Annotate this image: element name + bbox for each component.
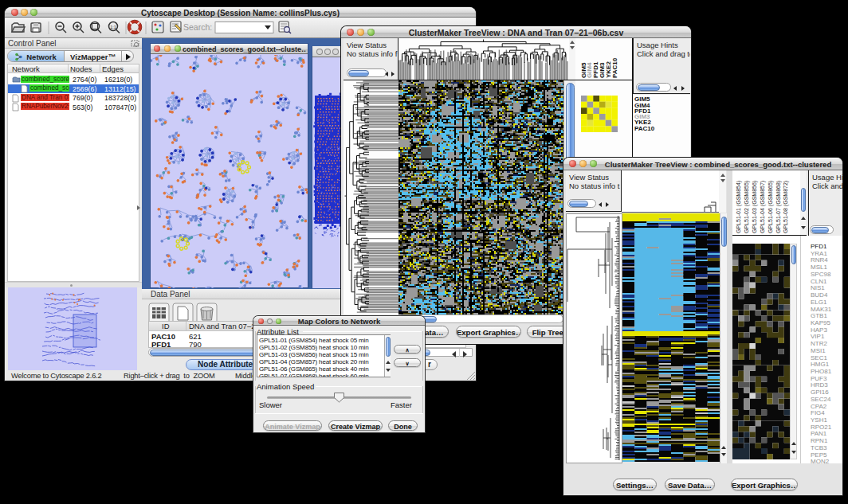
svg-text:YSH1: YSH1 xyxy=(811,416,827,424)
svg-text:CLN1: CLN1 xyxy=(811,278,827,285)
svg-text:BUD4: BUD4 xyxy=(811,291,828,299)
svg-text:PFD1: PFD1 xyxy=(811,243,827,250)
svg-text:HAP3: HAP3 xyxy=(811,326,827,334)
svg-text:GPL51-01 (GSM854): GPL51-01 (GSM854) xyxy=(736,181,742,233)
svg-text:PUF3: PUF3 xyxy=(811,375,827,382)
svg-text:YRA1: YRA1 xyxy=(811,250,827,257)
svg-text:PHO81: PHO81 xyxy=(811,368,832,375)
svg-text:GPL51-02 (GSM855): GPL51-02 (GSM855) xyxy=(744,181,750,233)
svg-text:Search:: Search: xyxy=(183,22,212,32)
svg-text:HMG1: HMG1 xyxy=(811,361,830,368)
svg-text:RPO21: RPO21 xyxy=(811,424,832,431)
svg-text:KAP95: KAP95 xyxy=(811,319,830,326)
svg-text:TCB3: TCB3 xyxy=(811,444,827,451)
svg-text:MON2: MON2 xyxy=(811,458,830,463)
svg-text:NIS1: NIS1 xyxy=(811,284,825,291)
svg-text:GPL51-04 (GSM857): GPL51-04 (GSM857) xyxy=(760,181,766,233)
svg-text:VIP1: VIP1 xyxy=(811,333,825,340)
svg-text:MSL1: MSL1 xyxy=(811,264,827,271)
svg-text:PAN1: PAN1 xyxy=(811,430,827,437)
svg-text:PAC10: PAC10 xyxy=(611,57,618,78)
svg-text:GPI16: GPI16 xyxy=(811,389,829,396)
svg-text:PEP5: PEP5 xyxy=(811,451,827,459)
svg-text:CPA2: CPA2 xyxy=(811,403,827,410)
svg-text:GTB1: GTB1 xyxy=(811,312,827,319)
svg-text:GPL51-03 (GSM856): GPL51-03 (GSM856) xyxy=(752,181,758,233)
svg-text:SEC1: SEC1 xyxy=(811,354,827,361)
svg-text:MSI1: MSI1 xyxy=(811,347,826,354)
svg-text:GPL51-08 (GSM872): GPL51-08 (GSM872) xyxy=(783,181,789,233)
svg-text:NTR2: NTR2 xyxy=(811,340,827,347)
svg-text:GPL51-06 (GSM865): GPL51-06 (GSM865) xyxy=(768,181,774,233)
svg-text:SPC98: SPC98 xyxy=(811,271,831,278)
svg-text:HRD3: HRD3 xyxy=(811,381,828,389)
svg-text:RNR4: RNR4 xyxy=(811,256,828,264)
svg-text:RPN1: RPN1 xyxy=(811,437,828,444)
svg-text:SEC24: SEC24 xyxy=(811,396,831,403)
svg-text:MAK31: MAK31 xyxy=(811,306,832,313)
svg-text:1:1: 1:1 xyxy=(110,25,116,29)
svg-text:FIG4: FIG4 xyxy=(811,409,825,416)
svg-text:PAC10: PAC10 xyxy=(634,125,655,132)
svg-text:ELG1: ELG1 xyxy=(811,299,827,306)
svg-text:GPL51-07 (GSM868): GPL51-07 (GSM868) xyxy=(775,181,782,233)
